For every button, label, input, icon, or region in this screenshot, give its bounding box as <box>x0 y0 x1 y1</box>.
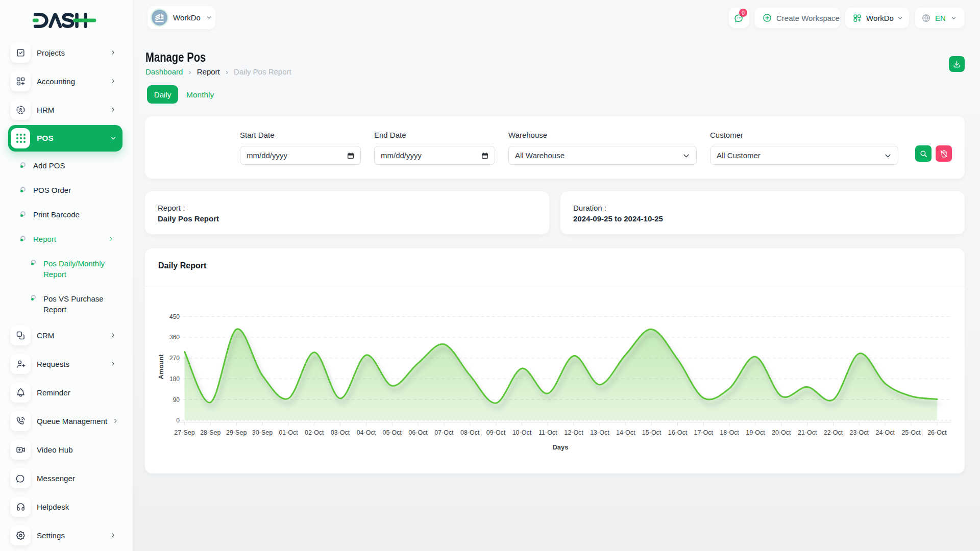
svg-text:13-Oct: 13-Oct <box>590 429 609 436</box>
svg-text:18-Oct: 18-Oct <box>720 429 739 436</box>
svg-text:Days: Days <box>552 443 568 451</box>
svg-text:09-Oct: 09-Oct <box>486 429 506 436</box>
svg-text:Amount: Amount <box>157 354 165 380</box>
svg-text:270: 270 <box>169 355 180 362</box>
svg-text:26-Oct: 26-Oct <box>927 429 947 436</box>
svg-text:21-Oct: 21-Oct <box>798 429 817 436</box>
svg-text:05-Oct: 05-Oct <box>382 429 402 436</box>
svg-text:11-Oct: 11-Oct <box>538 429 557 436</box>
svg-text:28-Sep: 28-Sep <box>200 429 220 436</box>
svg-text:14-Oct: 14-Oct <box>616 429 635 436</box>
svg-text:19-Oct: 19-Oct <box>746 429 765 436</box>
svg-text:27-Sep: 27-Sep <box>174 429 194 436</box>
svg-text:20-Oct: 20-Oct <box>772 429 791 436</box>
svg-text:30-Sep: 30-Sep <box>252 429 273 436</box>
svg-text:0: 0 <box>176 417 180 424</box>
svg-text:16-Oct: 16-Oct <box>668 429 688 436</box>
svg-text:24-Oct: 24-Oct <box>875 429 895 436</box>
svg-text:90: 90 <box>173 396 180 404</box>
svg-text:180: 180 <box>169 375 180 383</box>
svg-text:06-Oct: 06-Oct <box>408 429 428 436</box>
svg-text:25-Oct: 25-Oct <box>901 429 921 436</box>
svg-text:07-Oct: 07-Oct <box>434 429 454 436</box>
svg-text:01-Oct: 01-Oct <box>279 429 298 436</box>
svg-text:22-Oct: 22-Oct <box>824 429 843 436</box>
svg-text:12-Oct: 12-Oct <box>564 429 583 436</box>
svg-text:29-Sep: 29-Sep <box>226 429 247 436</box>
svg-text:15-Oct: 15-Oct <box>642 429 662 436</box>
svg-text:04-Oct: 04-Oct <box>357 429 376 436</box>
svg-text:02-Oct: 02-Oct <box>305 429 324 436</box>
svg-text:10-Oct: 10-Oct <box>512 429 532 436</box>
svg-text:360: 360 <box>169 334 180 341</box>
svg-text:17-Oct: 17-Oct <box>694 429 714 436</box>
svg-text:23-Oct: 23-Oct <box>850 429 869 436</box>
svg-text:450: 450 <box>169 313 180 320</box>
svg-text:03-Oct: 03-Oct <box>331 429 350 436</box>
svg-text:08-Oct: 08-Oct <box>460 429 480 436</box>
